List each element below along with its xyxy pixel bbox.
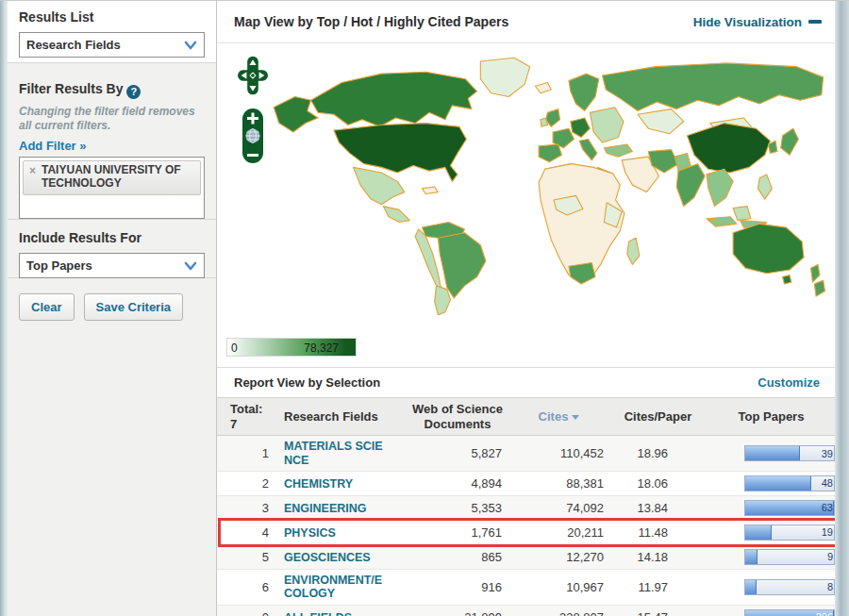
add-filter-link[interactable]: Add Filter » — [19, 139, 87, 153]
total-label: Total: — [230, 402, 274, 417]
research-field-link[interactable]: ALL FIELDS — [284, 611, 352, 616]
sidebar: Results List Research Fields Filter Resu… — [8, 1, 217, 616]
zoom-out-icon[interactable] — [247, 154, 258, 157]
help-icon[interactable]: ? — [126, 85, 141, 99]
research-field-cell: CHEMISTRY — [274, 476, 406, 491]
wos-documents-value: 4,894 — [406, 476, 509, 491]
top-papers-bar: 48 — [744, 475, 835, 491]
research-field-link[interactable]: ENVIRONMENT/ECOLOGY — [284, 574, 385, 601]
top-papers-cell: 9 — [708, 549, 835, 565]
filter-note: Changing the filter field removes all cu… — [19, 105, 205, 133]
research-field-cell: MATERIALS SCIENCE — [274, 440, 406, 467]
top-papers-cell: 19 — [708, 524, 835, 541]
filter-results-heading: Filter Results By — [19, 81, 123, 96]
top-papers-bar-fill — [745, 446, 800, 460]
research-field-cell: PHYSICS — [274, 525, 406, 540]
world-map-visualization: 0 78,327 — [217, 43, 835, 367]
include-results-select-value: Top Papers — [26, 258, 92, 273]
cites-value: 110,452 — [509, 446, 608, 460]
hide-visualization-link[interactable]: Hide Visualization — [693, 15, 822, 29]
research-field-cell: ENVIRONMENT/ECOLOGY — [274, 574, 406, 601]
table-row: 1MATERIALS SCIENCE5,827110,45218.9639 — [217, 436, 835, 472]
top-papers-bar: 9 — [744, 549, 835, 565]
sort-descending-icon — [572, 415, 579, 420]
cites-per-paper-value: 15.47 — [608, 610, 708, 616]
report-view-title: Report View by Selection — [234, 375, 380, 390]
chevron-down-icon — [184, 261, 197, 271]
top-papers-count: 8 — [827, 581, 833, 592]
save-criteria-button[interactable]: Save Criteria — [84, 293, 184, 321]
chevron-down-icon — [184, 41, 197, 50]
top-papers-cell: 8 — [708, 579, 835, 595]
column-header-cites-per-paper[interactable]: Cites/Paper — [608, 409, 708, 425]
report-table: Total: 7 Research Fields Web of Science … — [217, 397, 835, 616]
map-zoom-control[interactable] — [242, 108, 263, 163]
research-field-link[interactable]: GEOSCIENCES — [284, 551, 371, 564]
cites-value: 88,381 — [509, 476, 608, 491]
top-papers-bar: 63 — [744, 500, 835, 516]
vertical-scrollbar[interactable] — [834, 1, 849, 616]
research-field-link[interactable]: PHYSICS — [284, 526, 336, 540]
wos-documents-value: 5,827 — [406, 446, 509, 460]
cites-per-paper-value: 13.84 — [608, 501, 708, 515]
top-papers-bar-fill — [745, 525, 772, 540]
clear-button[interactable]: Clear — [19, 293, 75, 321]
column-header-cites[interactable]: Cites — [509, 409, 608, 425]
top-papers-count: 48 — [822, 477, 833, 489]
research-field-link[interactable]: ENGINEERING — [284, 502, 367, 515]
top-papers-bar: 39 — [744, 445, 835, 461]
results-list-heading: Results List — [19, 9, 205, 25]
wos-documents-value: 865 — [406, 550, 509, 564]
results-list-select-value: Research Fields — [26, 38, 121, 52]
active-filters-box: × TAIYUAN UNIVERSITY OF TECHNOLOGY — [19, 157, 205, 219]
wos-documents-value: 21,899 — [406, 610, 509, 616]
research-field-cell: ENGINEERING — [274, 501, 406, 515]
top-papers-count: 9 — [827, 551, 833, 562]
row-rank: 6 — [217, 580, 274, 594]
table-row: 6ENVIRONMENT/ECOLOGY91610,96711.978 — [217, 570, 835, 606]
map-view-title: Map View by Top / Hot / Highly Cited Pap… — [234, 14, 508, 29]
include-results-heading: Include Results For — [19, 230, 205, 245]
top-papers-bar: 206 — [744, 609, 835, 616]
total-value: 7 — [230, 417, 274, 432]
wos-documents-value: 5,353 — [406, 501, 509, 515]
filter-tag-label: TAIYUAN UNIVERSITY OF TECHNOLOGY — [42, 164, 194, 191]
cites-value: 338,807 — [509, 610, 608, 616]
row-rank: 3 — [217, 501, 274, 515]
cites-value: 12,270 — [509, 550, 608, 564]
cites-per-paper-value: 18.06 — [608, 476, 708, 491]
row-rank: 5 — [217, 550, 274, 564]
research-field-link[interactable]: CHEMISTRY — [284, 477, 353, 491]
top-papers-count: 206 — [816, 611, 833, 616]
column-header-wos-documents[interactable]: Web of Science Documents — [406, 402, 509, 431]
table-row: 0ALL FIELDS21,899338,80715.47206 — [217, 606, 835, 616]
research-field-cell: GEOSCIENCES — [274, 550, 406, 564]
map-color-scale: 0 78,327 — [226, 338, 357, 357]
column-header-top-papers[interactable]: Top Papers — [708, 409, 835, 425]
column-header-research-fields[interactable]: Research Fields — [274, 409, 406, 425]
top-papers-bar: 19 — [744, 524, 835, 541]
wos-documents-value: 1,761 — [406, 525, 509, 540]
scale-min-value: 0 — [231, 341, 238, 355]
research-field-link[interactable]: MATERIALS SCIENCE — [284, 440, 385, 467]
map-pan-control[interactable] — [238, 49, 268, 102]
top-papers-bar-fill — [745, 476, 811, 491]
choropleth-world-map[interactable] — [249, 49, 832, 325]
top-papers-bar: 8 — [744, 579, 835, 595]
top-papers-bar-fill — [745, 550, 757, 564]
results-list-select[interactable]: Research Fields — [19, 32, 205, 58]
top-papers-cell: 48 — [708, 475, 835, 491]
top-papers-count: 39 — [822, 448, 833, 459]
row-rank: 1 — [217, 446, 274, 460]
cites-per-paper-value: 11.48 — [608, 525, 708, 540]
row-rank: 4 — [217, 525, 274, 540]
row-rank: 0 — [217, 610, 274, 616]
cites-per-paper-value: 11.97 — [608, 580, 708, 594]
include-results-select[interactable]: Top Papers — [19, 253, 205, 278]
remove-filter-icon[interactable]: × — [29, 164, 36, 177]
total-count: Total: 7 — [217, 402, 274, 431]
top-papers-bar-fill — [745, 580, 757, 594]
customize-link[interactable]: Customize — [757, 375, 820, 390]
cites-value: 10,967 — [509, 580, 608, 594]
main-panel: Map View by Top / Hot / Highly Cited Pap… — [217, 1, 835, 616]
